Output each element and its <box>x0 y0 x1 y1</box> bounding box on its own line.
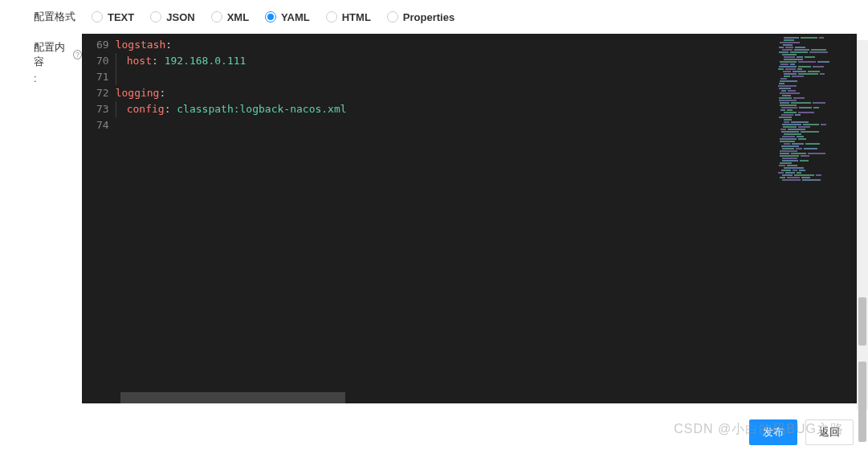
line-gutter: 697071727374 <box>82 34 116 403</box>
minimap-line <box>778 131 855 133</box>
format-radio-group: TEXTJSONXMLYAMLHTMLProperties <box>92 11 454 23</box>
format-label: 配置格式 <box>34 10 75 24</box>
minimap-line <box>778 54 855 55</box>
line-number: 69 <box>96 37 109 53</box>
minimap-line <box>778 133 855 135</box>
minimap-line <box>778 100 855 101</box>
radio-circle-icon <box>387 11 398 22</box>
minimap-line <box>778 155 855 157</box>
scroll-thumb[interactable] <box>858 362 866 442</box>
minimap-line <box>778 114 855 116</box>
minimap-line <box>778 44 855 46</box>
minimap-line <box>778 109 855 111</box>
radio-label: JSON <box>166 11 194 23</box>
line-number: 74 <box>96 117 109 133</box>
minimap-line <box>778 174 855 176</box>
minimap-line <box>778 56 855 58</box>
radio-text[interactable]: TEXT <box>92 11 134 23</box>
minimap-line <box>778 71 855 72</box>
radio-yaml[interactable]: YAML <box>265 11 310 23</box>
line-number: 71 <box>96 69 109 85</box>
minimap-line <box>778 47 855 48</box>
content-row: 配置内容 ? : 697071727374 logstash:host: 192… <box>0 34 868 403</box>
minimap-line <box>778 88 855 89</box>
minimap-line <box>778 179 855 181</box>
back-button[interactable]: 返回 <box>805 419 854 445</box>
minimap-line <box>778 63 855 65</box>
minimap-line <box>778 167 855 169</box>
vertical-scroll-track[interactable] <box>857 40 868 410</box>
minimap-line <box>778 160 855 162</box>
minimap-line <box>778 141 855 142</box>
minimap-line <box>778 177 855 178</box>
code-line: logging: <box>116 85 776 101</box>
minimap-line <box>778 172 855 174</box>
minimap-line <box>778 90 855 92</box>
minimap-line <box>778 121 855 123</box>
radio-label: YAML <box>281 11 310 23</box>
help-icon[interactable]: ? <box>73 50 82 59</box>
minimap-line <box>778 162 855 164</box>
radio-html[interactable]: HTML <box>326 11 371 23</box>
radio-circle-icon <box>92 11 103 22</box>
content-colon: : <box>34 72 37 84</box>
line-number: 72 <box>96 85 109 101</box>
code-line: host: 192.168.0.111 <box>116 53 776 69</box>
code-editor[interactable]: 697071727374 logstash:host: 192.168.0.11… <box>82 34 857 403</box>
minimap-line <box>778 37 855 39</box>
minimap-line <box>778 117 855 118</box>
radio-xml[interactable]: XML <box>211 11 249 23</box>
radio-circle-icon <box>326 11 337 22</box>
content-label: 配置内容 ? : <box>34 34 82 403</box>
code-line <box>116 117 776 133</box>
radio-circle-icon <box>150 11 161 22</box>
minimap-line <box>778 83 855 84</box>
code-area[interactable]: logstash:host: 192.168.0.111logging:conf… <box>116 34 776 403</box>
minimap-line <box>778 68 855 70</box>
minimap-line <box>778 170 855 171</box>
minimap-line <box>778 102 855 104</box>
minimap-line <box>778 119 855 121</box>
minimap-line <box>778 158 855 159</box>
footer: 发布 返回 <box>749 415 854 450</box>
minimap[interactable] <box>776 34 857 403</box>
minimap-line <box>778 49 855 51</box>
line-number: 73 <box>96 101 109 117</box>
content-label-text: 配置内容 <box>34 40 71 69</box>
minimap-line <box>778 112 855 113</box>
horizontal-scrollbar[interactable] <box>120 392 345 403</box>
minimap-line <box>778 124 855 125</box>
minimap-line <box>778 66 855 68</box>
minimap-line <box>778 150 855 152</box>
minimap-line <box>778 95 855 96</box>
minimap-line <box>778 73 855 75</box>
minimap-line <box>778 92 855 94</box>
radio-circle-icon <box>265 11 276 22</box>
minimap-line <box>778 129 855 130</box>
minimap-line <box>778 143 855 145</box>
scroll-thumb[interactable] <box>858 297 866 346</box>
minimap-line <box>778 85 855 87</box>
minimap-line <box>778 42 855 43</box>
code-line: config: classpath:logback-nacos.xml <box>116 101 776 117</box>
minimap-line <box>778 80 855 82</box>
code-line: logstash: <box>116 37 776 53</box>
minimap-line <box>778 145 855 147</box>
publish-button[interactable]: 发布 <box>749 419 797 445</box>
radio-label: HTML <box>342 11 371 23</box>
minimap-line <box>778 61 855 63</box>
minimap-line <box>778 138 855 140</box>
radio-json[interactable]: JSON <box>150 11 194 23</box>
minimap-line <box>778 165 855 166</box>
format-row: 配置格式 TEXTJSONXMLYAMLHTMLProperties <box>0 0 868 34</box>
code-line <box>116 69 776 85</box>
minimap-line <box>778 148 855 149</box>
minimap-line <box>778 97 855 99</box>
radio-label: Properties <box>403 11 454 23</box>
minimap-line <box>778 104 855 106</box>
radio-properties[interactable]: Properties <box>387 11 454 23</box>
minimap-line <box>778 107 855 108</box>
minimap-line <box>778 153 855 154</box>
minimap-line <box>778 76 855 77</box>
minimap-line <box>778 39 855 41</box>
